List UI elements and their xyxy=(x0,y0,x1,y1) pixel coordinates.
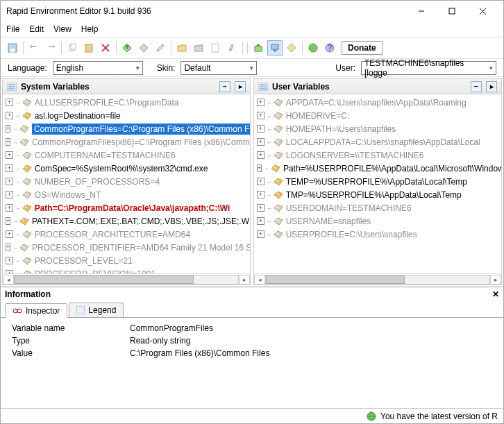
tree-row[interactable]: +··HOMEPATH=\Users\snapfiles xyxy=(254,122,501,135)
scroll-left-icon[interactable]: ◂ xyxy=(3,275,14,285)
tree-row[interactable]: +··PATHEXT=.COM;.EXE;.BAT;.CMD;.VBS;.VBE… xyxy=(3,214,250,228)
save-icon[interactable] xyxy=(5,40,20,56)
cleanup-icon[interactable] xyxy=(224,40,240,56)
tree-row[interactable]: +··LOCALAPPDATA=C:\Users\snapfiles\AppDa… xyxy=(254,135,501,149)
expand-icon[interactable]: + xyxy=(257,151,264,159)
expand-icon[interactable]: + xyxy=(6,112,13,119)
tree-row[interactable]: +··COMPUTERNAME=TESTMACHINE6 xyxy=(3,149,250,162)
expand-icon[interactable]: + xyxy=(257,138,264,146)
scroll-right-icon[interactable]: ▸ xyxy=(490,275,501,285)
tree-row[interactable]: +··ALLUSERSPROFILE=C:\ProgramData xyxy=(3,96,250,109)
expand-icon[interactable]: + xyxy=(6,257,13,264)
menu-file[interactable]: File xyxy=(6,24,19,34)
menu-view[interactable]: View xyxy=(53,24,72,34)
tree-row[interactable]: +··ComSpec=%SystemRoot%\system32\cmd.exe xyxy=(3,162,250,175)
tab-legend[interactable]: Legend xyxy=(69,303,124,317)
expand-icon[interactable]: + xyxy=(6,125,10,133)
open-file-icon[interactable] xyxy=(191,40,206,56)
expand-icon[interactable]: + xyxy=(257,178,264,185)
tree-row[interactable]: +··NUMBER_OF_PROCESSORS=4 xyxy=(3,175,250,188)
expand-icon[interactable]: + xyxy=(6,99,13,106)
expand-icon[interactable]: + xyxy=(257,217,264,225)
undo-icon[interactable] xyxy=(26,40,42,56)
expand-icon[interactable]: + xyxy=(6,204,13,212)
expand-icon[interactable]: + xyxy=(6,191,13,198)
language-select[interactable]: English▾ xyxy=(53,61,143,75)
expand-icon[interactable]: + xyxy=(257,204,264,212)
expand-button[interactable]: ▸ xyxy=(235,81,246,92)
tree-row[interactable]: +··USERPROFILE=C:\Users\snapfiles xyxy=(254,228,501,241)
tag-icon[interactable] xyxy=(284,40,299,56)
scroll-track[interactable] xyxy=(14,275,239,285)
expand-icon[interactable]: + xyxy=(257,191,264,198)
tree-row[interactable]: +··USERDOMAIN=TESTMACHINE6 xyxy=(254,201,501,214)
tree-row[interactable]: +··Path=C:\ProgramData\Oracle\Java\javap… xyxy=(3,201,250,214)
system-tree[interactable]: +··ALLUSERSPROFILE=C:\ProgramData+··asl.… xyxy=(3,94,250,273)
expand-icon[interactable]: + xyxy=(257,112,264,119)
skin-select[interactable]: Default▾ xyxy=(180,61,257,75)
expand-icon[interactable]: + xyxy=(6,217,10,225)
tree-row[interactable]: +··TMP=%USERPROFILE%\AppData\Local\Temp xyxy=(254,188,501,201)
expand-icon[interactable]: + xyxy=(6,151,13,159)
maximize-button[interactable] xyxy=(437,1,467,21)
add-value-icon[interactable] xyxy=(136,40,151,56)
scroll-thumb[interactable] xyxy=(15,275,194,284)
expand-icon[interactable]: + xyxy=(6,138,10,146)
scroll-right-icon[interactable]: ▸ xyxy=(239,275,250,285)
expand-icon[interactable]: + xyxy=(6,164,13,172)
user-select[interactable]: TESTMACHINE6\snapfiles [logge▾ xyxy=(361,61,496,75)
collapse-button[interactable]: − xyxy=(471,81,482,92)
svg-point-48 xyxy=(276,206,278,207)
paste-icon[interactable] xyxy=(81,40,96,56)
tab-inspector[interactable]: Inspector xyxy=(5,303,67,318)
minimize-button[interactable] xyxy=(406,1,437,21)
menu-help[interactable]: Help xyxy=(81,24,99,34)
tree-row[interactable]: +··LOGONSERVER=\\TESTMACHINE6 xyxy=(254,149,501,162)
scroll-track[interactable] xyxy=(265,275,490,285)
expand-icon[interactable]: + xyxy=(257,164,262,172)
collapse-button[interactable]: − xyxy=(219,81,230,92)
expand-icon[interactable]: + xyxy=(257,99,264,106)
tree-row[interactable]: +··USERNAME=snapfiles xyxy=(254,214,501,228)
tree-row[interactable]: +··asl.log=Destination=file xyxy=(3,109,250,122)
donate-button[interactable]: Donate xyxy=(342,41,383,55)
expand-icon[interactable]: + xyxy=(257,230,264,238)
check-updates-icon[interactable] xyxy=(305,40,321,56)
expand-icon[interactable]: + xyxy=(6,230,13,238)
tree-row[interactable]: +··PROCESSOR_ARCHITECTURE=AMD64 xyxy=(3,228,250,241)
expand-icon[interactable]: + xyxy=(6,244,10,251)
restore-icon[interactable] xyxy=(267,40,283,56)
add-var-icon[interactable]: + xyxy=(119,40,135,56)
system-scrollbar[interactable]: ◂ ▸ xyxy=(3,273,250,285)
close-icon[interactable]: ✕ xyxy=(492,289,499,299)
system-panel-title: System Variables xyxy=(21,82,90,92)
menu-edit[interactable]: Edit xyxy=(29,24,44,34)
tree-row[interactable]: +··APPDATA=C:\Users\snapfiles\AppData\Ro… xyxy=(254,96,501,109)
user-scrollbar[interactable]: ◂ ▸ xyxy=(254,273,501,285)
tree-row[interactable]: +··OS=Windows_NT xyxy=(3,188,250,201)
user-tree[interactable]: +··APPDATA=C:\Users\snapfiles\AppData\Ro… xyxy=(254,94,501,273)
backup-icon[interactable] xyxy=(251,40,266,56)
tree-row[interactable]: +··HOMEDRIVE=C: xyxy=(254,109,501,122)
tree-row[interactable]: +··Path=%USERPROFILE%\AppData\Local\Micr… xyxy=(254,162,501,175)
copy-icon[interactable] xyxy=(65,40,80,56)
properties-icon[interactable] xyxy=(208,40,223,56)
scroll-thumb[interactable] xyxy=(266,275,405,284)
delete-icon[interactable] xyxy=(98,40,113,56)
close-button[interactable] xyxy=(467,1,498,21)
variable-tag-icon xyxy=(274,125,283,133)
tree-row[interactable]: +··CommonProgramFiles=C:\Program Files (… xyxy=(3,122,250,135)
tree-row[interactable]: +··TEMP=%USERPROFILE%\AppData\Local\Temp xyxy=(254,175,501,188)
redo-icon[interactable] xyxy=(43,40,58,56)
open-folder-icon[interactable] xyxy=(174,40,190,56)
scroll-left-icon[interactable]: ◂ xyxy=(254,275,265,285)
expand-button[interactable]: ▸ xyxy=(486,81,497,92)
tree-row[interactable]: +··PROCESSOR_REVISION=1001 xyxy=(3,267,250,273)
edit-icon[interactable] xyxy=(153,40,168,56)
tree-row[interactable]: +··PROCESSOR_IDENTIFIER=AMD64 Family 21 … xyxy=(3,241,250,254)
expand-icon[interactable]: + xyxy=(6,178,13,185)
expand-icon[interactable]: + xyxy=(257,125,264,133)
tree-row[interactable]: +··CommonProgramFiles(x86)=C:\Program Fi… xyxy=(3,135,250,149)
tree-row[interactable]: +··PROCESSOR_LEVEL=21 xyxy=(3,254,250,267)
help-icon[interactable]: ? xyxy=(322,40,337,56)
